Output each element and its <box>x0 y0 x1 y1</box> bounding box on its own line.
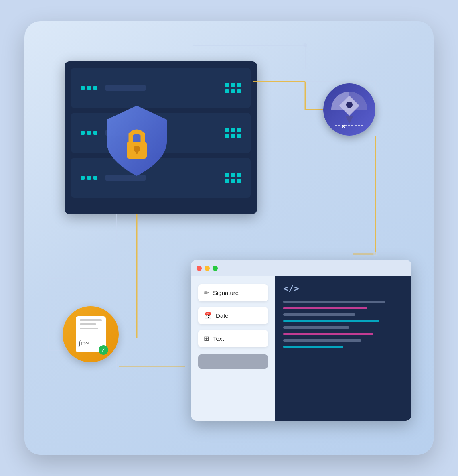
dot-sq <box>231 179 235 183</box>
code-line-8 <box>283 346 343 348</box>
dot-sq <box>237 89 241 93</box>
pen-tool-icon: × <box>323 83 375 136</box>
date-label: Date <box>216 312 229 319</box>
dot <box>87 131 91 135</box>
doc-line-3 <box>80 328 99 329</box>
doc-line-1 <box>80 319 102 321</box>
server-dots-left-1 <box>81 86 97 90</box>
dot-sq <box>237 179 241 183</box>
svg-point-2 <box>373 252 377 256</box>
code-panel: </> <box>275 276 411 421</box>
dot-sq <box>225 173 229 177</box>
window-titlebar <box>191 260 411 276</box>
dot-sq <box>231 89 235 93</box>
signature-field[interactable]: ✏ Signature <box>198 284 268 301</box>
dot <box>87 176 91 180</box>
code-line-4 <box>283 320 379 322</box>
dot-sq <box>237 134 241 138</box>
code-line-5 <box>283 326 349 329</box>
dot <box>93 131 97 135</box>
document-paper: ∫m~ ✓ <box>76 316 106 352</box>
text-label: Text <box>213 335 224 342</box>
signature-label: Signature <box>213 289 239 296</box>
security-shield-icon <box>103 102 171 180</box>
svg-point-1 <box>303 43 307 47</box>
form-panel: ✏ Signature 📅 Date ⊞ Text <box>191 276 275 421</box>
dot <box>81 86 85 90</box>
svg-marker-10 <box>345 116 353 124</box>
dot-sq <box>225 89 229 93</box>
code-line-1 <box>283 301 385 303</box>
svg-point-9 <box>346 102 353 108</box>
minimize-window-button[interactable] <box>205 266 210 271</box>
server-bar <box>105 85 146 91</box>
dot-sq <box>225 128 229 132</box>
dot-sq <box>225 179 229 183</box>
dot-sq <box>237 173 241 177</box>
dot-sq <box>231 83 235 87</box>
dot <box>87 86 91 90</box>
checkmark-icon: ✓ <box>99 345 108 355</box>
text-icon: ⊞ <box>204 335 209 342</box>
maximize-window-button[interactable] <box>213 266 218 271</box>
dot <box>93 176 97 180</box>
dot-sq <box>237 128 241 132</box>
svg-point-0 <box>47 276 51 280</box>
dot-sq <box>225 83 229 87</box>
dot <box>81 131 85 135</box>
app-window: ✏ Signature 📅 Date ⊞ Text </> <box>191 260 411 421</box>
code-tag-label: </> <box>283 283 403 293</box>
dot-sq <box>225 134 229 138</box>
dot-sq <box>231 134 235 138</box>
dot <box>93 86 97 90</box>
date-field[interactable]: 📅 Date <box>198 307 268 324</box>
code-line-7 <box>283 339 361 342</box>
code-line-3 <box>283 313 355 316</box>
server-dots-right-2 <box>225 128 241 138</box>
date-icon: 📅 <box>204 312 212 319</box>
code-line-6 <box>283 333 373 335</box>
close-window-button[interactable] <box>197 266 202 271</box>
dot-sq <box>231 128 235 132</box>
code-line-2 <box>283 307 367 309</box>
dot-sq <box>231 173 235 177</box>
server-dots-left-2 <box>81 131 97 135</box>
dot-sq <box>237 83 241 87</box>
signature-icon: ✏ <box>204 289 209 297</box>
server-dots-right-1 <box>225 83 241 93</box>
doc-line-2 <box>80 323 96 325</box>
server-dots-left-3 <box>81 176 97 180</box>
dot <box>81 176 85 180</box>
signed-document-icon: ∫m~ ✓ <box>63 306 119 362</box>
submit-button[interactable] <box>198 354 268 369</box>
code-lines <box>283 301 403 348</box>
server-dots-right-3 <box>225 173 241 183</box>
svg-rect-6 <box>136 149 138 154</box>
main-card: × ∫m~ ✓ ✏ Signature <box>24 21 434 455</box>
text-field[interactable]: ⊞ Text <box>198 330 268 347</box>
window-body: ✏ Signature 📅 Date ⊞ Text </> <box>191 276 411 421</box>
signature-text: ∫m~ <box>79 340 89 347</box>
